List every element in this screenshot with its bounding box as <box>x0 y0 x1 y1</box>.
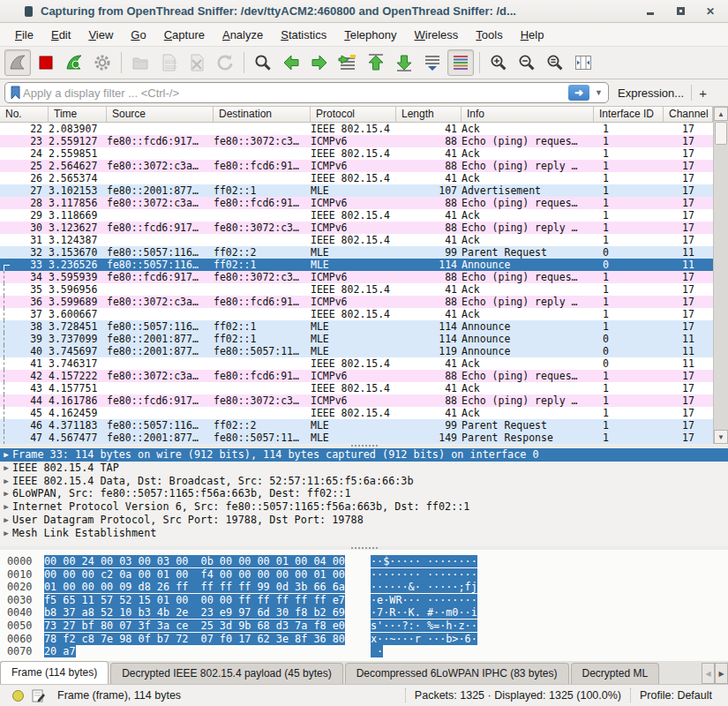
packet-row-28[interactable]: 283.117856fe80::3072:c3a…fe80::fcd6:91…I… <box>0 197 713 209</box>
detail-row-5[interactable]: ▶User Datagram Protocol, Src Port: 19788… <box>0 514 728 527</box>
zoom-out-icon[interactable] <box>514 49 540 76</box>
filter-dropdown-caret-icon[interactable]: ▼ <box>589 88 605 97</box>
column-header-chan[interactable]: Channel <box>664 107 713 122</box>
hex-row-0010[interactable]: 001000 00 00 c2 0a 00 01 00 f4 00 00 00 … <box>7 568 728 582</box>
close-file-icon[interactable] <box>184 49 210 76</box>
zoom-in-icon[interactable] <box>485 49 512 76</box>
hex-row-0050[interactable]: 005073 27 bf 80 07 3f 3a ce 25 3d 9b 68 … <box>7 620 728 633</box>
packet-row-24[interactable]: 242.559851IEEE 802.15.441Ack117 <box>0 147 713 160</box>
capture-options-gear-icon[interactable] <box>89 49 116 76</box>
menu-edit[interactable]: Edit <box>43 26 79 44</box>
packet-row-23[interactable]: 232.559127fe80::fcd6:917…fe80::3072:c3…I… <box>0 135 713 147</box>
scroll-up-icon[interactable]: ▲ <box>714 107 728 121</box>
go-back-icon[interactable] <box>278 49 304 76</box>
hex-row-0020[interactable]: 002001 00 00 00 09 d8 26 ff ff ff ff 99 … <box>7 581 728 594</box>
column-header-proto[interactable]: Protocol <box>311 107 396 122</box>
packet-row-47[interactable]: 474.567477fe80::2001:877…fe80::5057:11…M… <box>0 432 713 444</box>
packet-row-37[interactable]: 373.600667IEEE 802.15.441Ack117 <box>0 308 713 320</box>
packet-row-45[interactable]: 454.162459IEEE 802.15.441Ack117 <box>0 407 713 419</box>
expander-icon[interactable]: ▶ <box>0 448 12 462</box>
detail-row-2[interactable]: ▶IEEE 802.15.4 Data, Dst: Broadcast, Src… <box>0 475 728 488</box>
bookmark-icon[interactable] <box>9 85 23 101</box>
menu-telephony[interactable]: Telephony <box>336 26 404 44</box>
close-button[interactable]: ✕ <box>705 6 716 17</box>
tabs-scroll-right-icon[interactable]: ▶ <box>715 663 728 684</box>
maximize-button[interactable] <box>675 6 686 17</box>
menu-go[interactable]: Go <box>123 26 154 44</box>
capture-fin-icon[interactable] <box>4 49 31 76</box>
scrollbar-thumb[interactable] <box>715 122 727 145</box>
menu-file[interactable]: File <box>7 26 41 44</box>
find-packet-icon[interactable] <box>250 49 276 76</box>
column-header-src[interactable]: Source <box>107 107 214 122</box>
stop-capture-icon[interactable] <box>33 49 59 76</box>
expander-icon[interactable]: ▶ <box>0 527 12 540</box>
capture-comment-icon[interactable] <box>31 688 45 702</box>
packet-row-41[interactable]: 413.746317IEEE 802.15.441Ack011 <box>0 357 713 370</box>
tabs-scroll-left-icon[interactable]: ◀ <box>702 663 715 684</box>
packet-row-29[interactable]: 293.118669IEEE 802.15.441Ack117 <box>0 209 713 222</box>
hex-row-0060[interactable]: 006078 f2 c8 7e 98 0f b7 72 07 f0 17 62 … <box>7 633 728 646</box>
packet-row-22[interactable]: 222.083907IEEE 802.15.441Ack117 <box>0 123 713 135</box>
expander-icon[interactable]: ▶ <box>0 462 12 475</box>
expander-icon[interactable]: ▶ <box>0 475 12 488</box>
scrollbar-trough[interactable] <box>714 146 728 430</box>
column-header-time[interactable]: Time <box>49 107 107 122</box>
detail-row-0[interactable]: ▶Frame 33: 114 bytes on wire (912 bits),… <box>0 448 728 462</box>
minimize-button[interactable] <box>645 6 656 17</box>
packet-row-32[interactable]: 323.153670fe80::5057:116…ff02::2MLE99Par… <box>0 246 713 259</box>
go-forward-icon[interactable] <box>306 49 333 76</box>
open-file-icon[interactable] <box>127 49 154 76</box>
expert-info-icon[interactable] <box>12 690 24 702</box>
menu-capture[interactable]: Capture <box>156 26 213 44</box>
detail-row-3[interactable]: ▶6LoWPAN, Src: fe80::5057:1165:f56a:663b… <box>0 487 728 500</box>
restart-capture-icon[interactable] <box>61 49 87 76</box>
menu-analyze[interactable]: Analyze <box>214 26 271 44</box>
add-filter-button[interactable]: + <box>692 86 714 101</box>
menu-view[interactable]: View <box>80 26 121 44</box>
packet-row-36[interactable]: 363.599689fe80::3072:c3a…fe80::fcd6:91…I… <box>0 296 713 308</box>
packet-row-34[interactable]: 343.595939fe80::fcd6:917…fe80::3072:c3…I… <box>0 271 713 283</box>
detail-row-4[interactable]: ▶Internet Protocol Version 6, Src: fe80:… <box>0 500 728 514</box>
menu-help[interactable]: Help <box>513 26 552 44</box>
packet-row-43[interactable]: 434.157751IEEE 802.15.441Ack117 <box>0 382 713 394</box>
byte-tab-3[interactable]: Decrypted ML <box>571 663 660 684</box>
column-header-len[interactable]: Length <box>396 107 462 122</box>
zoom-reset-icon[interactable] <box>542 49 568 76</box>
display-filter-input[interactable] <box>23 84 568 101</box>
scroll-down-icon[interactable]: ▼ <box>714 430 728 444</box>
expander-icon[interactable]: ▶ <box>0 487 12 500</box>
packet-row-27[interactable]: 273.102153fe80::2001:877…ff02::1MLE107Ad… <box>0 184 713 197</box>
status-profile[interactable]: Profile: Default <box>630 688 721 702</box>
expression-button[interactable]: Expression... <box>609 86 691 100</box>
detail-row-1[interactable]: ▶IEEE 802.15.4 TAP <box>0 462 728 475</box>
expander-icon[interactable]: ▶ <box>0 500 12 514</box>
column-header-dst[interactable]: Destination <box>214 107 311 122</box>
packet-row-35[interactable]: 353.596956IEEE 802.15.441Ack117 <box>0 283 713 296</box>
menu-tools[interactable]: Tools <box>468 26 510 44</box>
go-first-icon[interactable] <box>363 49 389 76</box>
packet-row-44[interactable]: 444.161786fe80::fcd6:917…fe80::3072:c3…I… <box>0 394 713 407</box>
go-to-packet-icon[interactable] <box>334 49 361 76</box>
packet-row-31[interactable]: 313.124387IEEE 802.15.441Ack117 <box>0 234 713 246</box>
hex-row-0040[interactable]: 0040b8 37 a8 52 10 b3 4b 2e 23 e9 97 6d … <box>7 606 728 620</box>
menu-statistics[interactable]: Statistics <box>273 26 334 44</box>
hex-row-0030[interactable]: 0030f5 65 11 57 52 15 01 00 00 00 ff ff … <box>7 594 728 607</box>
column-header-info[interactable]: Info <box>462 107 594 122</box>
packet-row-25[interactable]: 252.564627fe80::3072:c3a…fe80::fcd6:91…I… <box>0 160 713 172</box>
apply-filter-button[interactable]: ➜ <box>568 85 589 101</box>
byte-tab-1[interactable]: Decrypted IEEE 802.15.4 payload (45 byte… <box>110 663 342 684</box>
packet-row-42[interactable]: 424.157222fe80::3072:c3a…fe80::fcd6:91…I… <box>0 370 713 382</box>
resize-columns-icon[interactable] <box>570 49 597 76</box>
hex-row-0000[interactable]: 000000 00 24 00 03 00 03 00 0b 00 00 00 … <box>7 555 728 568</box>
byte-tab-2[interactable]: Decompressed 6LoWPAN IPHC (83 bytes) <box>345 663 569 684</box>
column-header-no[interactable]: No. <box>0 107 49 122</box>
reload-file-icon[interactable] <box>212 49 238 76</box>
packet-row-38[interactable]: 383.728451fe80::5057:116…ff02::1MLE114An… <box>0 320 713 333</box>
detail-row-6[interactable]: ▶Mesh Link Establishment <box>0 527 728 540</box>
go-last-icon[interactable] <box>391 49 417 76</box>
byte-tab-0[interactable]: Frame (114 bytes) <box>0 661 109 684</box>
packet-row-39[interactable]: 393.737099fe80::2001:877…ff02::1MLE114An… <box>0 333 713 345</box>
packet-list-scrollbar[interactable]: ▲ ▼ <box>713 107 728 444</box>
packet-row-33[interactable]: 333.236526fe80::5057:116…ff02::1MLE114An… <box>0 259 713 271</box>
